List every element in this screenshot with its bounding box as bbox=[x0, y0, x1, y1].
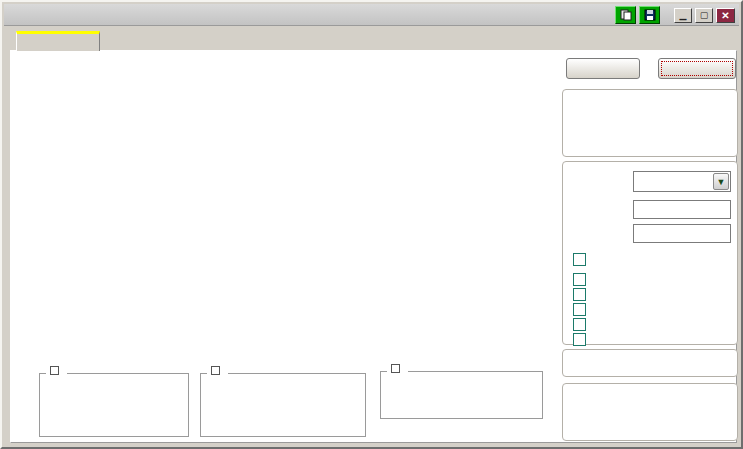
quality-score-group bbox=[562, 349, 738, 377]
progress-group bbox=[562, 383, 738, 441]
checkbox-icon[interactable] bbox=[573, 303, 586, 316]
pi-errors-stats-box bbox=[39, 373, 189, 437]
jitter-stats-box bbox=[380, 371, 543, 419]
show-read-speed-checkbox[interactable] bbox=[573, 317, 591, 331]
start-button[interactable] bbox=[566, 58, 640, 79]
checkbox-icon[interactable] bbox=[573, 273, 586, 286]
tab-page: ▼ bbox=[10, 50, 737, 443]
checkbox-icon[interactable] bbox=[573, 318, 586, 331]
pi-failures-legend bbox=[207, 366, 228, 375]
jitter-legend bbox=[387, 364, 408, 373]
show-c2-pif-checkbox[interactable] bbox=[573, 287, 591, 301]
start-position-input[interactable] bbox=[633, 200, 731, 219]
tab-disc-quality[interactable] bbox=[16, 31, 100, 51]
pi-failures-stats-box bbox=[200, 373, 366, 437]
settings-group: ▼ bbox=[562, 161, 738, 345]
title-bar[interactable]: ▁ ▢ ✕ bbox=[4, 4, 739, 26]
jitter-swatch-icon bbox=[391, 364, 400, 373]
minimize-button[interactable]: ▁ bbox=[674, 8, 692, 23]
transfer-speed-select[interactable]: ▼ bbox=[633, 171, 731, 192]
checkbox-icon[interactable] bbox=[573, 253, 586, 266]
disc-info-group bbox=[562, 89, 738, 157]
pi-errors-chart bbox=[63, 75, 536, 208]
checkbox-icon[interactable] bbox=[573, 333, 586, 346]
pi-errors-legend bbox=[46, 366, 67, 375]
copy-icon[interactable] bbox=[615, 6, 636, 24]
show-c1-pie-checkbox[interactable] bbox=[573, 272, 591, 286]
pi-failures-jitter-chart bbox=[63, 227, 536, 358]
app-window: ▁ ▢ ✕ bbox=[0, 0, 743, 449]
pi-failures-swatch-icon bbox=[211, 366, 220, 375]
quick-scan-checkbox[interactable] bbox=[573, 252, 591, 266]
maximize-button[interactable]: ▢ bbox=[695, 8, 713, 23]
show-jitter-checkbox[interactable] bbox=[573, 302, 591, 316]
exit-button[interactable] bbox=[658, 58, 736, 79]
checkbox-icon[interactable] bbox=[573, 288, 586, 301]
close-button[interactable]: ✕ bbox=[716, 8, 735, 23]
po-failures-row bbox=[388, 425, 543, 439]
pi-errors-swatch-icon bbox=[50, 366, 59, 375]
end-position-input[interactable] bbox=[633, 224, 731, 243]
show-write-speed-checkbox[interactable] bbox=[573, 332, 591, 346]
save-icon[interactable] bbox=[639, 6, 660, 24]
chevron-down-icon[interactable]: ▼ bbox=[713, 173, 729, 190]
